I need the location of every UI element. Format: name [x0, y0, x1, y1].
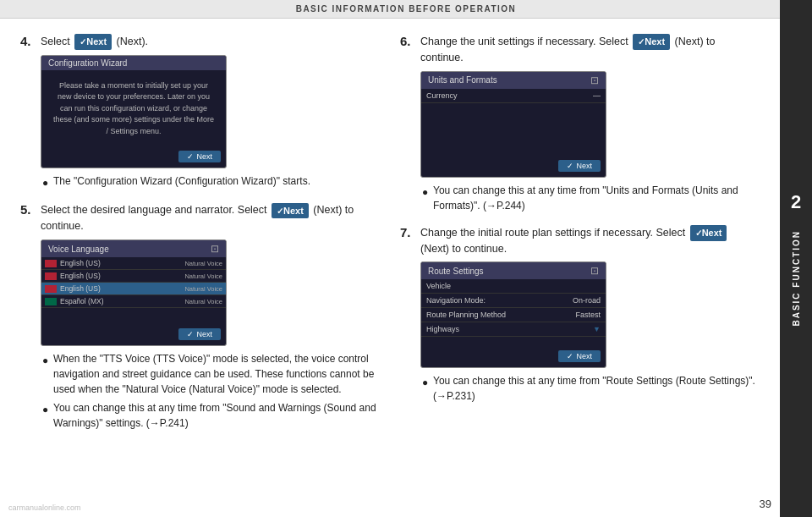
voice-lang-row-1: English (US) Natural Voice: [41, 257, 226, 270]
flag-mx: [45, 298, 57, 305]
step-5-header: 5. Select the desired language and narra…: [20, 202, 380, 234]
right-sidebar: 2 BASIC FUNCTION: [780, 0, 812, 517]
units-formats-body: Currency —: [421, 89, 606, 157]
route-row-vehicle: Vehicle: [421, 279, 606, 294]
step-5-next-badge: Next: [272, 203, 309, 219]
left-column: 4. Select Next (Next). Configuration Wiz…: [20, 34, 380, 500]
header-bar: BASIC INFORMATION BEFORE OPERATION: [0, 0, 812, 19]
route-row-planning: Route Planning Method Fastest: [421, 308, 606, 322]
route-settings-screen: Route Settings ⊡ Vehicle Navigation Mode…: [420, 261, 606, 368]
route-next-btn: ✓ Next: [421, 347, 606, 367]
step-6-bullet-1-text: You can change this at any time from "Un…: [433, 183, 760, 213]
header-title: BASIC INFORMATION BEFORE OPERATION: [296, 4, 517, 14]
step-6-number: 6.: [400, 34, 415, 48]
step-5-number: 5.: [20, 202, 36, 217]
voice-language-next-btn: ✓ Next: [41, 325, 226, 345]
step-5-bullets: ● When the "TTS Voice (TTS Voice)" mode …: [42, 351, 380, 431]
step-7: 7. Change the initial route plan setting…: [400, 225, 760, 404]
config-wizard-next-btn: ✓ Next: [41, 147, 226, 168]
step-5-text: Select the desired language and narrator…: [41, 202, 380, 234]
route-settings-titlebar: Route Settings ⊡: [421, 262, 606, 279]
step-5-bullet-2-text: You can change this at any time from "So…: [53, 400, 380, 431]
step-7-next-badge: Next: [690, 225, 727, 241]
voice-lang-row-3-selected: English (US) Natural Voice: [41, 283, 226, 295]
config-wizard-next-inner: ✓ Next: [178, 151, 221, 162]
units-next-inner: ✓ Next: [558, 160, 601, 172]
voice-language-body: English (US) Natural Voice English (US) …: [41, 257, 226, 325]
step-5-bullet-1: ● When the "TTS Voice (TTS Voice)" mode …: [42, 351, 380, 397]
step-7-bullet-1-text: You can change this at any time from "Ro…: [433, 373, 760, 404]
flag-us-3: [45, 285, 57, 293]
page-number: 39: [760, 498, 771, 510]
step-6: 6. Change the unit settings if necessary…: [400, 34, 760, 213]
step-5: 5. Select the desired language and narra…: [20, 202, 380, 431]
step-5-bullet-2: ● You can change this at any time from "…: [42, 400, 380, 431]
bullet-dot: ●: [42, 175, 49, 190]
step-7-bullets: ● You can change this at any time from "…: [422, 373, 760, 404]
route-row-highways: Highways ▼: [421, 322, 606, 337]
config-wizard-titlebar: Configuration Wizard: [41, 56, 226, 70]
sidebar-label: BASIC FUNCTION: [792, 230, 801, 327]
step-6-bullet-1: ● You can change this at any time from "…: [422, 183, 760, 213]
step-5-bullet-1-text: When the "TTS Voice (TTS Voice)" mode is…: [53, 351, 380, 397]
step-6-bullets: ● You can change this at any time from "…: [422, 183, 760, 213]
right-column: 6. Change the unit settings if necessary…: [400, 34, 760, 500]
flag-us-2: [45, 272, 57, 280]
route-row-nav-mode: Navigation Mode: On-road: [421, 294, 606, 308]
step-4-bullet-1-text: The "Configuration Wizard (Configuration…: [53, 173, 310, 189]
watermark: carmanualonline.com: [8, 503, 81, 512]
step-4-text: Select Next (Next).: [41, 34, 148, 50]
bullet-dot-6: ●: [422, 184, 429, 200]
step-7-number: 7.: [400, 225, 415, 239]
screen-back-icon: ⊡: [211, 243, 219, 255]
voice-language-screen: Voice Language ⊡ English (US) Natural Vo…: [41, 239, 227, 346]
voice-language-next-inner: ✓ Next: [178, 328, 221, 340]
step-7-text: Change the initial route plan settings i…: [420, 225, 760, 257]
units-row-currency: Currency —: [421, 89, 606, 103]
config-wizard-body: Please take a moment to initially set up…: [41, 70, 226, 148]
step-4: 4. Select Next (Next). Configuration Wiz…: [20, 34, 380, 190]
step-4-next-badge: Next: [74, 34, 112, 50]
step-6-next-badge: Next: [633, 34, 670, 50]
units-next-btn: ✓ Next: [421, 157, 606, 177]
units-formats-titlebar: Units and Formats ⊡: [421, 72, 606, 89]
bullet-dot-7: ●: [422, 375, 429, 390]
step-4-header: 4. Select Next (Next).: [20, 34, 380, 50]
bullet-dot: ●: [42, 353, 49, 368]
step-4-number: 4.: [20, 34, 36, 48]
config-wizard-body-text: Please take a moment to initially set up…: [50, 77, 217, 141]
route-settings-body: Vehicle Navigation Mode: On-road Route P…: [421, 279, 606, 347]
step-6-text: Change the unit settings if necessary. S…: [420, 34, 760, 66]
voice-lang-row-4: Español (MX) Natural Voice: [41, 295, 226, 308]
config-wizard-screen: Configuration Wizard Please take a momen…: [41, 55, 227, 169]
step-7-bullet-1: ● You can change this at any time from "…: [422, 373, 760, 404]
step-4-bullets: ● The "Configuration Wizard (Configurati…: [42, 173, 380, 190]
step-6-header: 6. Change the unit settings if necessary…: [400, 34, 760, 66]
units-spacer: [421, 103, 606, 137]
step-4-bullet-1: ● The "Configuration Wizard (Configurati…: [42, 173, 380, 190]
step-7-header: 7. Change the initial route plan setting…: [400, 225, 760, 257]
flag-us-1: [45, 260, 57, 267]
route-back-icon: ⊡: [590, 265, 599, 277]
units-formats-screen: Units and Formats ⊡ Currency — ✓ Next: [420, 71, 606, 178]
sidebar-number: 2: [791, 191, 801, 213]
units-back-icon: ⊡: [590, 74, 599, 86]
main-content: 4. Select Next (Next). Configuration Wiz…: [0, 19, 780, 517]
voice-lang-row-2: English (US) Natural Voice: [41, 270, 226, 283]
bullet-dot-2: ●: [42, 402, 49, 417]
voice-language-titlebar: Voice Language ⊡: [41, 240, 226, 257]
route-next-inner: ✓ Next: [558, 350, 601, 362]
